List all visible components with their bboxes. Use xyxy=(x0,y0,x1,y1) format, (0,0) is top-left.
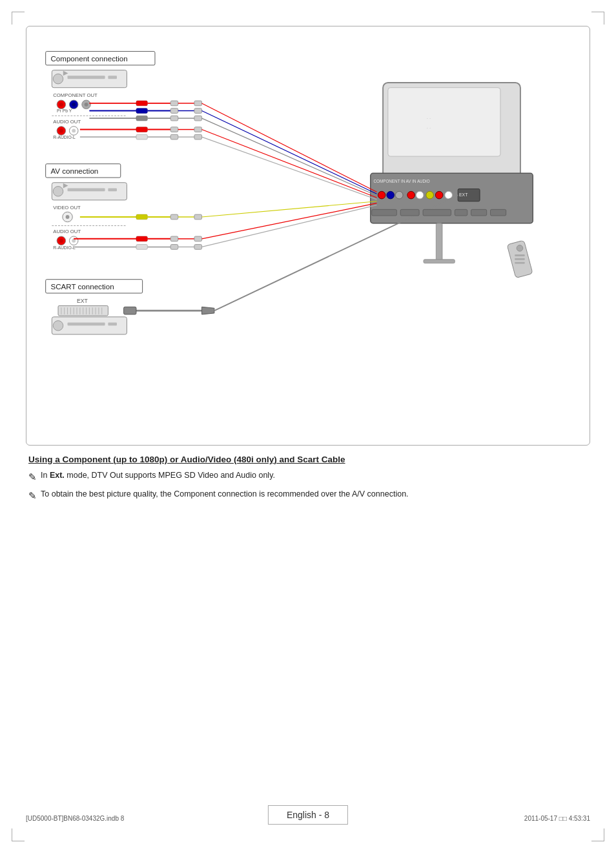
svg-rect-45 xyxy=(194,127,202,132)
svg-point-146 xyxy=(517,245,523,252)
svg-rect-82 xyxy=(136,245,147,250)
svg-marker-111 xyxy=(202,307,214,314)
svg-text:R-AUDIO-L: R-AUDIO-L xyxy=(53,245,76,250)
svg-point-123 xyxy=(426,191,434,199)
svg-rect-5 xyxy=(108,76,117,79)
footer-right: 2011-05-17 □□ 4:53:31 xyxy=(524,815,590,822)
page-content: Component connection COMPONENT OUT Pr Pb… xyxy=(26,26,590,827)
svg-line-132 xyxy=(202,137,377,200)
svg-text:VIDEO OUT: VIDEO OUT xyxy=(53,205,81,211)
corner-mark-tl xyxy=(12,12,25,25)
svg-rect-86 xyxy=(194,245,202,250)
svg-rect-29 xyxy=(136,108,147,114)
svg-rect-137 xyxy=(436,223,442,261)
svg-point-18 xyxy=(59,129,63,133)
svg-point-118 xyxy=(378,191,385,199)
svg-text:COMPONENT IN  AV IN  AUDIO: COMPONENT IN AV IN AUDIO xyxy=(374,179,430,183)
svg-text:AUDIO OUT: AUDIO OUT xyxy=(53,119,81,125)
connection-diagram: Component connection COMPONENT OUT Pr Pb… xyxy=(39,39,577,432)
svg-rect-43 xyxy=(170,127,178,132)
svg-rect-143 xyxy=(471,209,487,216)
svg-line-130 xyxy=(202,118,377,196)
note-icon-1: ✎ xyxy=(28,470,37,485)
svg-rect-113 xyxy=(388,88,500,156)
svg-rect-39 xyxy=(194,116,202,121)
svg-point-120 xyxy=(395,191,403,199)
svg-rect-47 xyxy=(136,134,147,139)
svg-rect-70 xyxy=(136,214,147,220)
svg-point-3 xyxy=(53,74,63,83)
svg-text:AUDIO OUT: AUDIO OUT xyxy=(53,229,81,234)
svg-rect-33 xyxy=(194,108,202,114)
svg-line-133 xyxy=(202,201,377,217)
svg-rect-49 xyxy=(170,134,178,139)
note-item-2: ✎ To obtain the best picture quality, th… xyxy=(28,488,588,504)
notes-title: Using a Component (up to 1080p) or Audio… xyxy=(28,455,588,464)
footer-bar: [UD5000-BT]BN68-03432G.indb 8 English - … xyxy=(26,815,590,827)
corner-mark-bl xyxy=(12,828,25,841)
svg-rect-92 xyxy=(108,322,117,325)
svg-rect-139 xyxy=(372,209,397,216)
svg-text:AV connection: AV connection xyxy=(50,167,98,175)
svg-rect-74 xyxy=(194,214,202,220)
svg-text:· ·: · · xyxy=(427,125,431,131)
svg-line-128 xyxy=(202,103,377,192)
svg-point-55 xyxy=(53,187,63,196)
svg-rect-149 xyxy=(515,262,524,264)
svg-text:SCART connection: SCART connection xyxy=(50,282,114,291)
svg-rect-148 xyxy=(515,258,524,260)
svg-point-20 xyxy=(72,129,76,133)
svg-rect-84 xyxy=(170,245,178,250)
svg-point-61 xyxy=(66,215,70,219)
svg-rect-142 xyxy=(455,209,467,216)
note-text-2: To obtain the best picture quality, the … xyxy=(41,488,409,500)
diagram-box: Component connection COMPONENT OUT Pr Pb… xyxy=(26,26,590,446)
svg-point-90 xyxy=(53,321,63,331)
svg-rect-23 xyxy=(136,101,147,106)
page-badge: English - 8 xyxy=(268,805,348,825)
note-item-1: ✎ In Ext. mode, DTV Out supports MPEG SD… xyxy=(28,469,588,485)
svg-line-134 xyxy=(202,203,377,239)
svg-point-122 xyxy=(416,191,424,199)
svg-rect-35 xyxy=(136,116,147,121)
svg-text:Component connection: Component connection xyxy=(50,54,127,63)
svg-text:R-AUDIO-L: R-AUDIO-L xyxy=(53,135,76,139)
svg-point-119 xyxy=(387,191,395,199)
svg-rect-76 xyxy=(136,236,147,242)
svg-point-13 xyxy=(85,103,88,107)
svg-text:EXT: EXT xyxy=(77,298,88,304)
notes-area: Using a Component (up to 1080p) or Audio… xyxy=(26,455,590,503)
footer-center: English - 8 xyxy=(268,805,348,825)
svg-rect-140 xyxy=(400,209,419,216)
svg-point-65 xyxy=(59,239,63,243)
svg-rect-37 xyxy=(170,116,178,121)
svg-rect-31 xyxy=(170,108,178,114)
svg-rect-27 xyxy=(194,101,202,106)
svg-rect-138 xyxy=(424,260,455,263)
note-text-1: In Ext. mode, DTV Out supports MPEG SD V… xyxy=(41,469,275,482)
svg-rect-72 xyxy=(170,214,178,220)
svg-line-131 xyxy=(202,130,377,198)
svg-point-121 xyxy=(407,191,415,199)
note-icon-2: ✎ xyxy=(28,489,37,504)
footer-left: [UD5000-BT]BN68-03432G.indb 8 xyxy=(26,815,124,822)
svg-rect-78 xyxy=(170,236,178,242)
svg-text:COMPONENT OUT: COMPONENT OUT xyxy=(53,92,98,98)
svg-rect-41 xyxy=(136,127,147,132)
svg-text:EXT: EXT xyxy=(459,192,467,197)
svg-rect-147 xyxy=(515,254,524,256)
svg-rect-91 xyxy=(68,322,105,325)
svg-rect-144 xyxy=(490,209,506,216)
svg-point-124 xyxy=(435,191,443,199)
svg-rect-51 xyxy=(194,134,202,139)
svg-rect-25 xyxy=(170,101,178,106)
svg-text:· ·: · · xyxy=(427,116,431,121)
corner-mark-tr xyxy=(591,12,604,25)
svg-point-11 xyxy=(72,103,76,107)
svg-line-129 xyxy=(202,111,377,194)
svg-line-135 xyxy=(202,205,377,247)
svg-rect-4 xyxy=(68,76,105,79)
svg-text:Pr    Pb    Y: Pr Pb Y xyxy=(57,108,72,113)
svg-rect-141 xyxy=(423,209,451,216)
svg-rect-110 xyxy=(124,307,136,314)
